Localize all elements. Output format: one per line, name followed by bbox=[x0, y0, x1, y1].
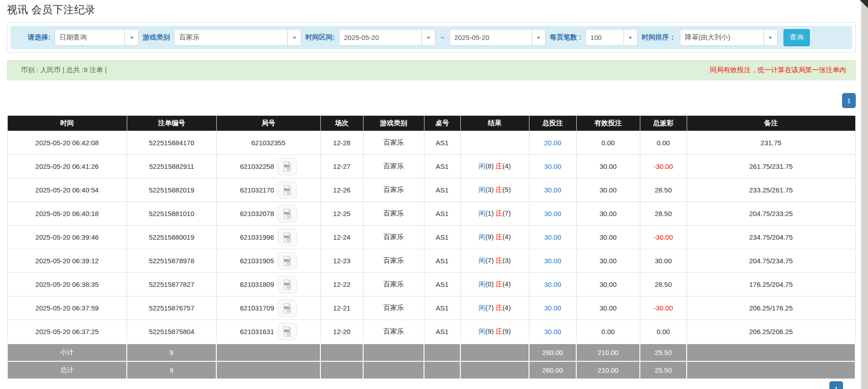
total-bet-link[interactable]: 30.00 bbox=[544, 281, 561, 288]
cell-result: 闲(1) 庄(7) bbox=[460, 202, 529, 226]
banker-label: 庄 bbox=[496, 280, 503, 288]
table-row: 2025-05-20 06:39:46522515880019621031996… bbox=[7, 226, 855, 249]
round-id-value: 621031905 bbox=[240, 257, 274, 265]
cell-bet-id: 522515882911 bbox=[127, 155, 216, 178]
cell-table-no: AS1 bbox=[424, 296, 460, 320]
banker-label: 庄 bbox=[496, 162, 503, 170]
chevron-down-icon[interactable] bbox=[125, 30, 138, 45]
player-label: 闲 bbox=[479, 209, 485, 217]
subtotal-label: 小计 bbox=[7, 344, 127, 361]
cell-game-type: 百家乐 bbox=[363, 320, 424, 344]
chevron-down-icon[interactable] bbox=[763, 30, 777, 45]
banker-label: 庄 bbox=[496, 209, 503, 217]
banker-label: 庄 bbox=[496, 304, 503, 311]
pagination-bottom: 1 bbox=[829, 381, 843, 389]
video-replay-icon bbox=[281, 231, 293, 243]
cell-valid-bet: 30.00 bbox=[576, 296, 640, 320]
cell-session: 12-22 bbox=[320, 273, 363, 296]
cell-bet-id: 522515876757 bbox=[127, 296, 216, 320]
time-sort-select[interactable]: 降幂(由大到小) bbox=[680, 29, 778, 46]
video-replay-button[interactable] bbox=[278, 276, 297, 293]
page-1-button-bottom[interactable]: 1 bbox=[829, 381, 843, 389]
total-bet-link[interactable]: 30.00 bbox=[544, 162, 561, 170]
cell-session: 12-20 bbox=[320, 320, 363, 344]
video-replay-icon bbox=[281, 161, 293, 172]
table-row: 2025-05-20 06:38:35522515877827621031809… bbox=[7, 273, 855, 296]
page-size-select[interactable]: 100 bbox=[585, 29, 638, 46]
column-header: 时间 bbox=[7, 116, 127, 131]
video-replay-button[interactable] bbox=[278, 252, 297, 270]
cell-valid-bet: 30.00 bbox=[576, 202, 640, 226]
video-replay-button[interactable] bbox=[278, 300, 297, 317]
cell-payout: -30.00 bbox=[640, 226, 687, 249]
banker-label: 庄 bbox=[496, 327, 503, 335]
column-header: 备注 bbox=[687, 116, 855, 131]
video-replay-button[interactable] bbox=[278, 182, 297, 199]
round-id-value: 621031631 bbox=[240, 328, 274, 335]
chevron-down-icon[interactable] bbox=[421, 30, 435, 45]
total-bet-link[interactable]: 20.00 bbox=[544, 139, 561, 147]
column-header: 注单编号 bbox=[127, 116, 216, 131]
date-to-select[interactable]: 2025-05-20 bbox=[449, 29, 546, 46]
date-from-value: 2025-05-20 bbox=[339, 34, 421, 41]
column-header: 有效投注 bbox=[576, 116, 640, 131]
total-row: 总计 9 260.00 210.00 25.50 bbox=[7, 361, 855, 379]
cell-session: 12-27 bbox=[320, 155, 363, 178]
cell-payout: 28.50 bbox=[640, 273, 687, 296]
subtotal-valid-bet: 210.00 bbox=[576, 344, 640, 361]
scroll-corner-triangle bbox=[860, 0, 868, 8]
total-bet-link[interactable]: 30.00 bbox=[544, 304, 561, 312]
chevron-down-icon[interactable] bbox=[624, 30, 637, 45]
cell-time: 2025-05-20 06:37:59 bbox=[7, 296, 127, 320]
records-body: 2025-05-20 06:42:08522515884170621032355… bbox=[7, 131, 855, 344]
video-replay-icon bbox=[281, 208, 293, 220]
total-bet-link[interactable]: 30.00 bbox=[544, 328, 561, 335]
cell-payout: 0.00 bbox=[640, 131, 687, 155]
video-replay-button[interactable] bbox=[278, 323, 297, 340]
table-row: 2025-05-20 06:40:18522515881010621032078… bbox=[7, 202, 855, 226]
chevron-down-icon[interactable] bbox=[532, 30, 545, 45]
cell-time: 2025-05-20 06:37:25 bbox=[7, 320, 127, 344]
column-header: 场次 bbox=[320, 116, 363, 131]
table-row: 2025-05-20 06:39:12522515878978621031905… bbox=[7, 249, 855, 273]
video-replay-button[interactable] bbox=[278, 158, 297, 175]
cell-valid-bet: 0.00 bbox=[576, 320, 640, 344]
query-type-value: 日期查询 bbox=[55, 33, 125, 42]
cell-payout: -30.00 bbox=[640, 296, 687, 320]
round-id-value: 621031996 bbox=[240, 233, 274, 241]
search-button[interactable]: 查询 bbox=[783, 29, 810, 46]
video-replay-icon bbox=[281, 184, 293, 196]
table-row: 2025-05-20 06:41:26522515882911621032258… bbox=[7, 155, 855, 178]
round-id-value: 621032170 bbox=[240, 186, 274, 194]
vertical-scrollbar[interactable] bbox=[861, 0, 868, 389]
time-sort-value: 降幂(由大到小) bbox=[680, 33, 763, 42]
player-label: 闲 bbox=[479, 304, 485, 311]
game-type-value: 百家乐 bbox=[175, 33, 287, 42]
cell-payout: 28.50 bbox=[640, 178, 687, 202]
cell-note: 204.75/233.25 bbox=[687, 202, 855, 226]
player-label: 闲 bbox=[479, 233, 485, 241]
page-1-button[interactable]: 1 bbox=[842, 93, 856, 108]
total-bet-link[interactable]: 30.00 bbox=[544, 257, 561, 265]
currency-total-text: 币别 : 人民币 | 总共 :9 注单 | bbox=[21, 66, 107, 74]
cell-table-no: AS1 bbox=[424, 131, 460, 155]
total-bet-link[interactable]: 30.00 bbox=[544, 186, 561, 194]
summary-bar: 币别 : 人民币 | 总共 :9 注单 | 同局有效投注，统一计算在该局第一张注… bbox=[7, 60, 856, 80]
cell-valid-bet: 30.00 bbox=[576, 226, 640, 249]
cell-time: 2025-05-20 06:40:18 bbox=[7, 202, 127, 226]
column-header: 游戏类别 bbox=[363, 116, 424, 131]
table-row: 2025-05-20 06:40:54522515882019621032170… bbox=[7, 178, 855, 202]
total-bet-link[interactable]: 30.00 bbox=[544, 233, 561, 241]
cell-result: 闲(3) 庄(5) bbox=[460, 178, 529, 202]
video-replay-button[interactable] bbox=[278, 229, 297, 246]
video-replay-button[interactable] bbox=[278, 205, 297, 222]
date-from-select[interactable]: 2025-05-20 bbox=[339, 29, 435, 46]
player-label: 闲 bbox=[479, 186, 485, 193]
game-type-select[interactable]: 百家乐 bbox=[174, 29, 301, 46]
total-bet-link[interactable]: 30.00 bbox=[544, 210, 561, 217]
cell-total-bet: 30.00 bbox=[529, 178, 576, 202]
filter-panel: 请选择: 日期查询 游戏类别 百家乐 时间区间: 2025-05-20 ~ 20… bbox=[7, 22, 856, 53]
query-type-select[interactable]: 日期查询 bbox=[55, 29, 139, 46]
cell-session: 12-24 bbox=[320, 226, 363, 249]
chevron-down-icon[interactable] bbox=[287, 30, 301, 45]
